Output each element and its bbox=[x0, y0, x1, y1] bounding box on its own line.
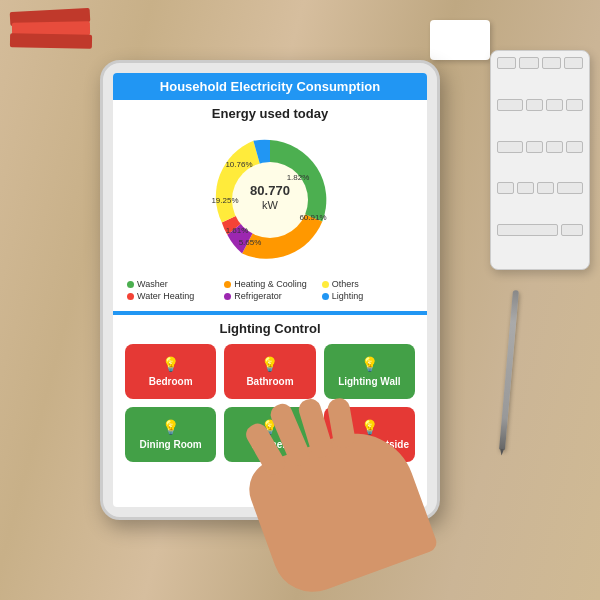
legend-dot-others bbox=[322, 281, 329, 288]
svg-text:19.25%: 19.25% bbox=[211, 196, 238, 205]
svg-text:80.770: 80.770 bbox=[250, 183, 290, 198]
svg-text:1.82%: 1.82% bbox=[287, 173, 310, 182]
legend-water: Water Heating bbox=[127, 291, 218, 301]
hand-decoration bbox=[260, 440, 420, 580]
app-header: Household Electricity Consumption bbox=[113, 73, 427, 100]
legend-label-refrigerator: Refrigerator bbox=[234, 291, 282, 301]
energy-title: Energy used today bbox=[121, 106, 419, 121]
books-decoration bbox=[10, 10, 100, 60]
chart-legend: Washer Heating & Cooling Others Water He… bbox=[121, 279, 419, 301]
svg-text:1.61%: 1.61% bbox=[226, 226, 249, 235]
desk-background: Household Electricity Consumption Energy… bbox=[0, 0, 600, 600]
bulb-icon-dining: 💡 bbox=[162, 418, 179, 436]
legend-label-others: Others bbox=[332, 279, 359, 289]
legend-heating: Heating & Cooling bbox=[224, 279, 315, 289]
legend-label-lighting: Lighting bbox=[332, 291, 364, 301]
legend-dot-lighting bbox=[322, 293, 329, 300]
bulb-icon-bathroom: 💡 bbox=[261, 355, 278, 373]
legend-dot-refrigerator bbox=[224, 293, 231, 300]
dining-room-button[interactable]: 💡 Dining Room bbox=[125, 407, 216, 462]
bathroom-button[interactable]: 💡 Bathroom bbox=[224, 344, 315, 399]
white-box-decoration bbox=[430, 20, 490, 60]
lighting-title: Lighting Control bbox=[121, 321, 419, 336]
pen-decoration bbox=[499, 290, 519, 450]
app-title: Household Electricity Consumption bbox=[160, 79, 380, 94]
donut-chart-area: 80.770 kW 1.82% 10.76% 19.25% 1.61% 5.65… bbox=[121, 125, 419, 275]
legend-lighting: Lighting bbox=[322, 291, 413, 301]
legend-others: Others bbox=[322, 279, 413, 289]
legend-dot-water bbox=[127, 293, 134, 300]
svg-text:10.76%: 10.76% bbox=[225, 160, 252, 169]
legend-dot-washer bbox=[127, 281, 134, 288]
legend-dot-heating bbox=[224, 281, 231, 288]
svg-text:kW: kW bbox=[262, 199, 279, 211]
legend-label-heating: Heating & Cooling bbox=[234, 279, 307, 289]
bulb-icon-wall: 💡 bbox=[361, 355, 378, 373]
svg-text:60.91%: 60.91% bbox=[299, 213, 326, 222]
hand-shape bbox=[241, 417, 439, 600]
bulb-icon-bedroom: 💡 bbox=[162, 355, 179, 373]
donut-chart: 80.770 kW 1.82% 10.76% 19.25% 1.61% 5.65… bbox=[195, 125, 345, 275]
legend-refrigerator: Refrigerator bbox=[224, 291, 315, 301]
legend-washer: Washer bbox=[127, 279, 218, 289]
legend-label-water: Water Heating bbox=[137, 291, 194, 301]
energy-section: Energy used today bbox=[113, 100, 427, 311]
keyboard-decoration bbox=[490, 50, 590, 270]
lighting-wall-button[interactable]: 💡 Lighting Wall bbox=[324, 344, 415, 399]
svg-text:5.65%: 5.65% bbox=[239, 238, 262, 247]
legend-label-washer: Washer bbox=[137, 279, 168, 289]
bedroom-button[interactable]: 💡 Bedroom bbox=[125, 344, 216, 399]
